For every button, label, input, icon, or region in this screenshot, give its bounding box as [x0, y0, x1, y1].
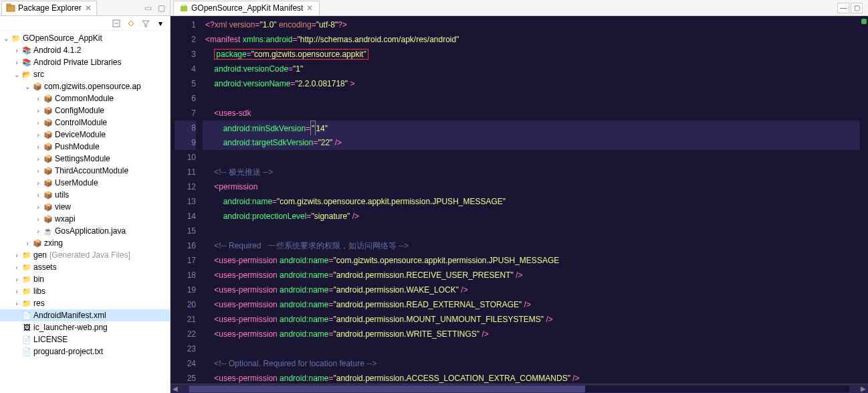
- twisty-expanded-icon[interactable]: ⌄: [23, 83, 32, 90]
- twisty-collapsed-icon[interactable]: ›: [33, 191, 43, 199]
- line-number[interactable]: 7: [175, 106, 196, 121]
- tree-row[interactable]: ›📦UserModule: [0, 177, 170, 189]
- twisty-collapsed-icon[interactable]: ›: [33, 119, 43, 127]
- line-number[interactable]: 10: [175, 150, 196, 165]
- tree-row[interactable]: ›📦ThirdAccountModule: [0, 165, 170, 177]
- code-line[interactable]: <uses-permission android:name="android.p…: [203, 327, 860, 341]
- twisty-collapsed-icon[interactable]: ›: [12, 276, 21, 283]
- code-line[interactable]: <uses-permission android:name="android.p…: [203, 371, 860, 384]
- twisty-collapsed-icon[interactable]: ›: [33, 95, 43, 102]
- line-number[interactable]: 17: [175, 253, 196, 268]
- line-number[interactable]: 8: [175, 121, 196, 135]
- code-line[interactable]: <uses-permission android:name="android.p…: [203, 268, 860, 283]
- horizontal-scrollbar[interactable]: ◀ ▶: [171, 384, 868, 393]
- tree-row[interactable]: ›📁assets: [0, 261, 170, 273]
- collapse-all-icon[interactable]: [111, 18, 122, 29]
- code-line[interactable]: <manifest xmlns:android="http://schemas.…: [203, 32, 860, 47]
- code-line[interactable]: package="com.gizwits.opensource.appkit": [203, 47, 860, 62]
- line-number[interactable]: 22: [175, 327, 196, 341]
- tree-row[interactable]: ›📚Android 4.1.2: [0, 44, 170, 56]
- code-line[interactable]: [203, 224, 860, 238]
- tree-row[interactable]: 🖼ic_launcher-web.png: [0, 321, 170, 333]
- twisty-collapsed-icon[interactable]: ›: [33, 131, 43, 139]
- line-number[interactable]: 23: [175, 341, 196, 356]
- tree-row[interactable]: ⌄📁GOpenSource_AppKit: [0, 32, 170, 44]
- tree-row[interactable]: ›📦wxapi: [0, 213, 170, 225]
- overview-ruler[interactable]: [860, 16, 868, 384]
- code-line[interactable]: <?xml version="1.0" encoding="utf-8"?>: [203, 17, 860, 32]
- line-number[interactable]: 11: [175, 165, 196, 179]
- filter-icon[interactable]: [140, 18, 151, 29]
- tree-row[interactable]: ⌄📦com.gizwits.opensource.ap: [0, 80, 170, 92]
- twisty-collapsed-icon[interactable]: ›: [33, 167, 43, 175]
- twisty-collapsed-icon[interactable]: ›: [12, 264, 21, 271]
- scroll-right-arrow[interactable]: ▶: [859, 385, 868, 392]
- code-line[interactable]: android:name="com.gizwits.opensource.app…: [203, 194, 860, 209]
- line-number[interactable]: 21: [175, 312, 196, 327]
- manifest-editor-tab[interactable]: GOpenSource_AppKit Manifest ✕: [173, 1, 320, 15]
- tree-row[interactable]: ›📦DeviceModule: [0, 129, 170, 141]
- tree-row[interactable]: ›📦utils: [0, 189, 170, 201]
- line-number[interactable]: 3: [175, 47, 196, 62]
- tree-row[interactable]: ›📦zxing: [0, 237, 170, 249]
- line-number[interactable]: 4: [175, 62, 196, 76]
- view-menu-icon[interactable]: ▾: [155, 18, 166, 29]
- twisty-collapsed-icon[interactable]: ›: [12, 252, 21, 259]
- tree-row[interactable]: ›📁gen [Generated Java Files]: [0, 249, 170, 261]
- tree-row[interactable]: ›📚Android Private Libraries: [0, 56, 170, 68]
- scroll-track[interactable]: [189, 386, 849, 392]
- tree-row[interactable]: ›📦ConfigModule: [0, 104, 170, 116]
- line-number[interactable]: 25: [175, 371, 196, 384]
- twisty-collapsed-icon[interactable]: ›: [23, 240, 32, 247]
- code-line[interactable]: android:versionCode="1": [203, 62, 860, 76]
- twisty-collapsed-icon[interactable]: ›: [12, 47, 21, 54]
- line-number[interactable]: 6: [175, 91, 196, 106]
- code-line[interactable]: <uses-sdk: [203, 106, 860, 121]
- twisty-collapsed-icon[interactable]: ›: [33, 155, 43, 163]
- tree-row[interactable]: ›📦PushModule: [0, 141, 170, 153]
- line-number[interactable]: 19: [175, 283, 196, 297]
- code-line[interactable]: <!-- Optional. Required for location fea…: [203, 356, 860, 371]
- line-number[interactable]: 24: [175, 356, 196, 371]
- twisty-expanded-icon[interactable]: ⌄: [1, 35, 11, 42]
- line-number[interactable]: 15: [175, 224, 196, 238]
- twisty-expanded-icon[interactable]: ⌄: [12, 71, 21, 78]
- code-line[interactable]: <uses-permission android:name="com.gizwi…: [203, 253, 860, 268]
- editor-maximize-icon[interactable]: ▢: [851, 3, 863, 13]
- twisty-collapsed-icon[interactable]: ›: [33, 143, 43, 151]
- twisty-collapsed-icon[interactable]: ›: [33, 107, 43, 114]
- line-number[interactable]: 2: [175, 32, 196, 47]
- twisty-collapsed-icon[interactable]: ›: [33, 179, 43, 187]
- scroll-left-arrow[interactable]: ◀: [171, 385, 180, 392]
- code-line[interactable]: [203, 341, 860, 356]
- code-line[interactable]: <uses-permission android:name="android.p…: [203, 297, 860, 312]
- tree-row[interactable]: 📄LICENSE: [0, 333, 170, 345]
- tree-row[interactable]: ›📁libs: [0, 285, 170, 297]
- line-number[interactable]: 16: [175, 238, 196, 253]
- twisty-collapsed-icon[interactable]: ›: [33, 216, 43, 223]
- code-line[interactable]: [203, 91, 860, 106]
- twisty-collapsed-icon[interactable]: ›: [33, 228, 43, 235]
- code-line[interactable]: <permission: [203, 179, 860, 194]
- link-editor-icon[interactable]: [126, 18, 136, 29]
- code-editor[interactable]: 1234567891011121314151617181920212223242…: [171, 16, 868, 384]
- twisty-collapsed-icon[interactable]: ›: [33, 204, 43, 211]
- scroll-thumb[interactable]: [189, 386, 585, 392]
- package-explorer-tab[interactable]: Package Explorer ✕: [1, 1, 97, 15]
- tree-row[interactable]: 📄proguard-project.txt: [0, 345, 170, 358]
- tree-row[interactable]: ⌄📂src: [0, 68, 170, 80]
- tree-row[interactable]: ›📦CommonModule: [0, 92, 170, 104]
- line-number[interactable]: 18: [175, 268, 196, 283]
- tree-row[interactable]: ›☕GosApplication.java: [0, 225, 170, 237]
- project-tree[interactable]: ⌄📁GOpenSource_AppKit›📚Android 4.1.2›📚And…: [0, 31, 170, 393]
- code-line[interactable]: [203, 150, 860, 165]
- close-editor-tab-icon[interactable]: ✕: [306, 4, 314, 12]
- minimize-icon[interactable]: ▭: [143, 3, 152, 13]
- tree-row[interactable]: ›📦ControlModule: [0, 116, 170, 129]
- code-line[interactable]: android:minSdkVersion="14": [203, 121, 860, 135]
- twisty-collapsed-icon[interactable]: ›: [12, 59, 21, 66]
- tree-row[interactable]: ›📁res: [0, 297, 170, 309]
- line-number[interactable]: 5: [175, 76, 196, 91]
- line-number[interactable]: 9: [175, 135, 196, 150]
- line-number[interactable]: 1: [175, 17, 196, 32]
